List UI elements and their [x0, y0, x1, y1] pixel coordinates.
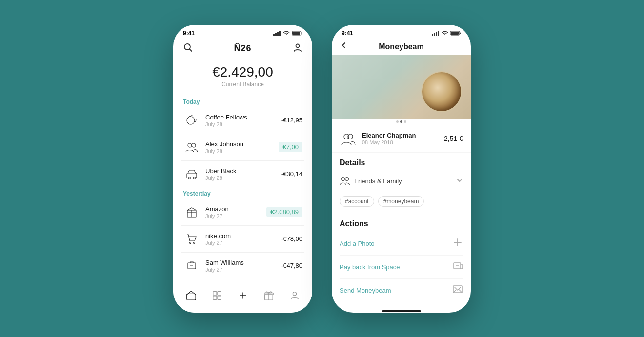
profile-button[interactable]: [293, 42, 302, 55]
transaction-list: Today Coffee Fellows July 28 -€12,95: [173, 96, 312, 306]
detail-tx-amount: -2,51 €: [442, 135, 463, 142]
tx-amount: €2.080,89: [266, 207, 302, 217]
home-indicator: [382, 310, 421, 312]
table-row[interactable]: Coffee Fellows July 28 -€12,95: [181, 107, 304, 134]
svg-rect-37: [436, 32, 437, 36]
n26-logo: N̈26: [234, 43, 251, 54]
svg-point-11: [188, 143, 192, 147]
category-row[interactable]: Friends & Family: [340, 172, 463, 191]
table-row[interactable]: Uber Black July 28 -€30,14: [181, 161, 304, 187]
coffee-icon: [183, 112, 201, 129]
svg-point-20: [194, 242, 195, 243]
tx-amount: -€47,80: [281, 262, 302, 269]
svg-rect-41: [460, 32, 461, 34]
send-moneybeam-action[interactable]: Send Moneybeam: [340, 279, 463, 302]
table-row[interactable]: Alex Johnson July 28 €7,00: [181, 134, 304, 161]
scroll-dot: [404, 120, 406, 123]
tx-date: July 28: [205, 148, 279, 154]
svg-rect-38: [438, 31, 439, 36]
signal-icon-right: [432, 31, 440, 36]
svg-line-51: [453, 290, 456, 293]
svg-point-45: [345, 177, 349, 180]
detail-title: Moneybeam: [379, 42, 423, 51]
actions-section: Actions Add a Photo Pay back from Space …: [332, 216, 471, 306]
today-transactions: Coffee Fellows July 28 -€12,95 Alex John…: [173, 107, 312, 187]
bottom-indicator: [332, 306, 471, 313]
tag-moneybeam[interactable]: #moneybeam: [378, 196, 424, 207]
transaction-detail-row: Eleanor Chapman 08 May 2018 -2,51 €: [332, 125, 471, 153]
balance-label: Current Balance: [173, 81, 312, 88]
send-icon: [452, 284, 463, 297]
nav-home[interactable]: [181, 288, 201, 303]
tag-account[interactable]: #account: [340, 196, 374, 207]
svg-rect-5: [292, 32, 300, 35]
tx-date: July 27: [205, 240, 281, 246]
left-header: N̈26: [173, 40, 312, 59]
balance-section: €2.429,00 Current Balance: [173, 59, 312, 96]
svg-rect-25: [213, 291, 216, 295]
table-row[interactable]: Sam Williams July 27 -€47,80: [181, 253, 304, 279]
nav-profile[interactable]: [284, 288, 305, 303]
detail-header: Moneybeam: [332, 40, 471, 55]
status-time-left: 9:41: [183, 30, 195, 37]
svg-rect-36: [434, 33, 435, 36]
bottom-nav: [173, 283, 312, 313]
balance-amount: €2.429,00: [173, 64, 312, 80]
tx-amount: -€12,95: [281, 117, 302, 124]
tags-row: #account #moneybeam: [340, 191, 463, 212]
phones-container: 9:41: [173, 25, 471, 313]
svg-rect-3: [279, 31, 281, 36]
status-bar-left: 9:41: [173, 25, 312, 40]
scroll-dot-active: [400, 120, 402, 123]
nav-gift[interactable]: [259, 288, 279, 303]
signal-icon: [273, 31, 281, 36]
tx-name: nike.com: [205, 232, 281, 239]
svg-line-8: [190, 49, 192, 51]
tx-amount: €7,00: [279, 142, 302, 152]
table-row[interactable]: Amazon July 27 €2.080,89: [181, 199, 304, 226]
left-phone: 9:41: [173, 25, 312, 313]
table-row[interactable]: nike.com July 27 -€78,00: [181, 226, 304, 253]
tx-amount: -€78,00: [281, 235, 302, 242]
status-icons-right: [432, 31, 461, 36]
tx-date: July 27: [205, 213, 266, 219]
svg-point-34: [293, 292, 296, 295]
nav-grid[interactable]: [207, 288, 227, 303]
svg-rect-2: [277, 32, 279, 36]
details-section: Details Friends & Family #account #money…: [332, 153, 471, 216]
add-photo-action[interactable]: Add a Photo: [340, 232, 463, 256]
svg-rect-28: [217, 296, 221, 299]
tx-date: July 27: [205, 267, 281, 273]
status-icons-left: [273, 31, 302, 36]
detail-tx-date: 08 May 2018: [362, 139, 442, 145]
tx-name: Coffee Fellows: [205, 114, 281, 121]
plus-icon: [452, 237, 463, 250]
pay-back-action[interactable]: Pay back from Space: [340, 256, 463, 279]
search-button[interactable]: [183, 42, 193, 55]
category-name: Friends & Family: [354, 178, 402, 185]
section-today: Today: [173, 96, 312, 107]
svg-rect-0: [273, 34, 275, 36]
details-section-title: Details: [340, 159, 463, 167]
detail-tx-name: Eleanor Chapman: [362, 132, 442, 139]
scroll-dot: [396, 120, 399, 123]
people-icon: [183, 139, 201, 156]
transfer-out-icon: [452, 260, 463, 274]
nav-add[interactable]: [233, 288, 253, 303]
svg-rect-24: [186, 294, 195, 300]
scroll-indicator: [332, 119, 471, 125]
box-icon: [183, 203, 201, 221]
friends-family-icon: [340, 175, 350, 188]
svg-rect-40: [451, 32, 459, 35]
actions-title: Actions: [340, 219, 463, 228]
cart-icon: [183, 230, 201, 248]
car-icon: [183, 165, 201, 183]
svg-point-44: [342, 177, 345, 180]
send-moneybeam-label: Send Moneybeam: [340, 287, 391, 294]
svg-point-19: [190, 242, 191, 243]
back-button[interactable]: [340, 41, 348, 52]
status-time-right: 9:41: [342, 30, 353, 37]
svg-point-12: [192, 143, 196, 147]
battery-icon: [292, 31, 302, 36]
wifi-icon: [283, 31, 290, 36]
